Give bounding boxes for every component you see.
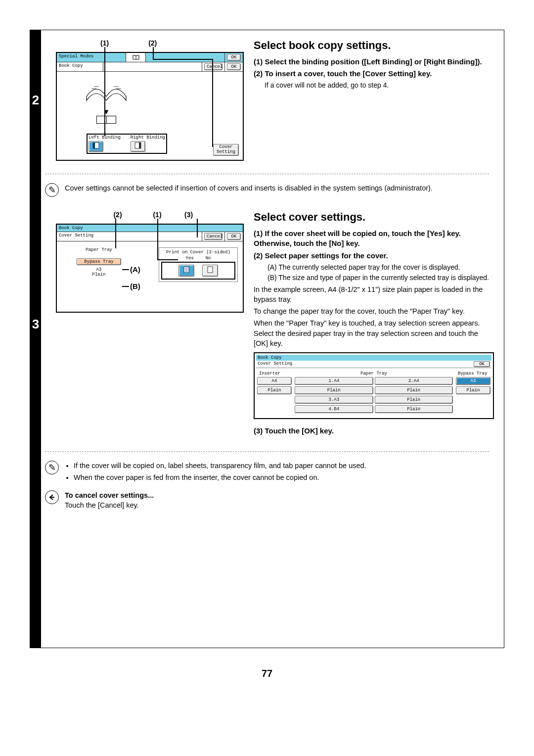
step3-callout-1: (1)	[130, 211, 184, 219]
step2-sub1: (1) Select the binding position ([Left B…	[254, 57, 494, 67]
step3-touchscreen-2: Book Copy Cover Setting OK Inserter A4 P…	[254, 352, 494, 419]
step2-note: If a cover will not be added, go to step…	[265, 81, 494, 89]
tray-3-plain[interactable]: Plain	[375, 396, 453, 404]
yes-button[interactable]	[178, 265, 194, 277]
step3-callout-row: (2) (1) (3)	[105, 211, 244, 219]
inserter-a4[interactable]: A4	[257, 377, 292, 385]
right-binding-button[interactable]	[131, 141, 145, 152]
ok-button[interactable]: OK	[227, 54, 241, 61]
cancel-button[interactable]: Cancel	[204, 63, 222, 70]
print-on-cover-label: Print on Cover (2-sided)	[161, 250, 235, 255]
cancel-button-2[interactable]: Cancel	[204, 233, 222, 240]
inserter-head: Inserter	[257, 370, 292, 377]
help-icon[interactable]	[126, 53, 146, 62]
left-binding-label: Left Binding	[89, 136, 121, 140]
step2-footnote: Cover settings cannot be selected if ins…	[65, 183, 433, 193]
step3-para2: To change the paper tray for the cover, …	[254, 306, 494, 316]
step3-cancel-row: To cancel cover settings... Touch the [C…	[30, 489, 504, 516]
book-copy-header-3: Book Copy	[256, 355, 491, 361]
tray-4-plain[interactable]: Plain	[375, 405, 453, 413]
bypass-tray-button[interactable]: Bypass Tray	[77, 258, 121, 265]
step3-touchscreen-1: Book Copy Cover Setting Cancel OK Paper …	[56, 224, 244, 313]
step3-footnote-row-1: ✎ If the cover will be copied on, label …	[30, 456, 504, 490]
step3-title: Select cover settings.	[254, 211, 494, 224]
step3-foot2: When the cover paper is fed from the ins…	[74, 472, 366, 482]
step3-sub2: (2) Select paper settings for the cover.	[254, 251, 494, 261]
step-2-row: 2 (1) (2) Special Modes	[30, 30, 504, 170]
cover-setting-header: Cover Setting	[57, 232, 202, 241]
bypass-plain[interactable]: Plain	[456, 386, 490, 394]
step3-foot1: If the cover will be copied on, label sh…	[74, 461, 366, 471]
yes-label: Yes	[185, 256, 193, 261]
tray-2[interactable]: 2.A4	[375, 377, 453, 385]
cover-setting-header-2: Cover Setting	[258, 361, 292, 367]
step-3-row: 3 (2) (1) (3)	[30, 202, 504, 447]
step3-separator	[45, 451, 489, 452]
step3-callout-b: (B)	[130, 282, 140, 290]
page-frame: 2 (1) (2) Special Modes	[30, 30, 504, 648]
step2-separator	[45, 174, 489, 174]
back-icon	[45, 490, 59, 504]
inserter-plain[interactable]: Plain	[257, 386, 292, 394]
step2-callout-2: (2)	[148, 39, 157, 47]
ok-button-3[interactable]: OK	[227, 233, 241, 240]
step3-callout-2: (2)	[105, 211, 130, 219]
step3-para1: In the example screen, A4 (8-1/2" x 11")…	[254, 284, 494, 305]
svg-rect-4	[139, 142, 141, 148]
ok-button-2[interactable]: OK	[227, 63, 241, 70]
a3-label: A3	[77, 267, 121, 272]
step3-callout-3: (3)	[184, 211, 193, 219]
right-binding-label: Right Binding	[131, 136, 165, 140]
page-number: 77	[0, 668, 534, 679]
step2-callout-row: (1) (2)	[100, 39, 244, 47]
no-button[interactable]	[202, 265, 218, 277]
step3-callout-a: (A)	[130, 265, 140, 274]
step3-subA: (A) The currently selected paper tray fo…	[267, 263, 494, 272]
svg-rect-2	[93, 142, 95, 148]
step3-sub1: (1) If the cover sheet will be copied on…	[254, 229, 494, 249]
note-icon: ✎	[45, 183, 59, 197]
step3-subB: (B) The size and type of paper in the cu…	[267, 273, 494, 283]
book-copy-header-2: Book Copy	[57, 225, 243, 232]
step2-sub2: (2) To insert a cover, touch the [Cover …	[254, 69, 494, 79]
no-label: No	[206, 256, 211, 261]
tray-1-plain[interactable]: Plain	[295, 386, 373, 394]
tray-1[interactable]: 1.A4	[295, 377, 373, 385]
cancel-settings-title: To cancel cover settings...	[65, 490, 154, 500]
note-icon-2: ✎	[45, 461, 59, 474]
ok-button-4[interactable]: OK	[474, 361, 490, 367]
tray-2-plain[interactable]: Plain	[375, 386, 453, 394]
paper-tray-label: Paper Tray	[77, 247, 121, 252]
step2-title: Select book copy settings.	[254, 39, 494, 52]
book-illustration: ▼	[77, 77, 136, 124]
step-3-number: 3	[30, 202, 41, 447]
step-2-number: 2	[30, 30, 41, 170]
step3-sub3: (3) Touch the [OK] key.	[254, 426, 494, 436]
step2-callout-1: (1)	[100, 39, 109, 47]
step2-footnote-row: ✎ Cover settings cannot be selected if i…	[30, 178, 504, 202]
step2-touchscreen: Special Modes OK Book Copy Cancel OK	[56, 52, 244, 161]
cancel-settings-body: Touch the [Cancel] key.	[65, 500, 154, 510]
plain-label: Plain	[77, 272, 121, 277]
bypass-tray-head: Bypass Tray	[456, 370, 490, 377]
cover-setting-button[interactable]: Cover Setting	[213, 144, 239, 156]
paper-tray-head: Paper Tray	[295, 370, 453, 377]
bypass-a3[interactable]: A3	[456, 377, 490, 385]
tray-3[interactable]: 3.A3	[295, 396, 373, 404]
special-modes-header: Special Modes	[57, 53, 126, 62]
binding-buttons: Left Binding Right Binding	[87, 134, 167, 154]
step3-para3: When the "Paper Tray" key is touched, a …	[254, 318, 494, 348]
left-binding-button[interactable]	[89, 141, 103, 152]
svg-rect-6	[208, 267, 213, 273]
tray-4[interactable]: 4.B4	[295, 405, 373, 413]
book-copy-header: Book Copy	[57, 62, 103, 71]
